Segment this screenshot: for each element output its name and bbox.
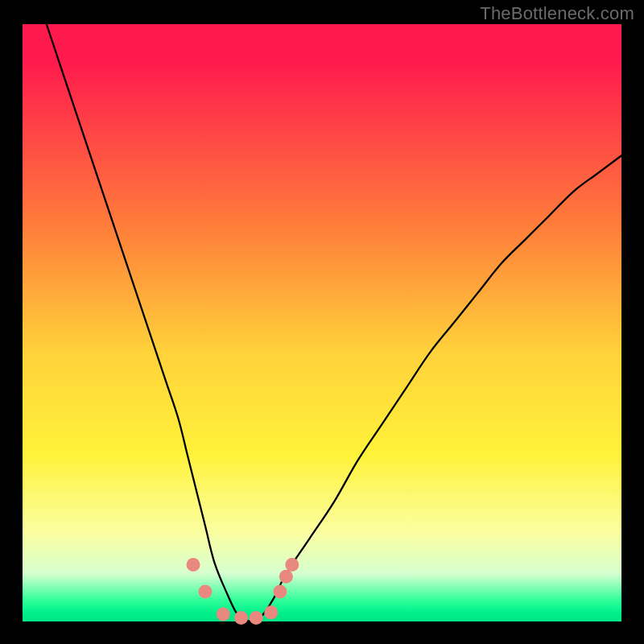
marker-dot <box>273 584 287 598</box>
marker-dot <box>217 608 230 621</box>
marker-dot <box>264 605 278 619</box>
marker-dot <box>187 558 200 572</box>
marker-dot <box>279 570 293 584</box>
chart-stage: { "watermark": "TheBottleneck.com", "cha… <box>0 0 644 644</box>
bottleneck-chart <box>0 0 644 644</box>
marker-dot <box>198 584 212 598</box>
plot-background <box>23 24 621 621</box>
marker-dot <box>234 611 248 625</box>
watermark-label: TheBottleneck.com <box>480 3 634 24</box>
marker-dot <box>250 611 263 625</box>
marker-dot <box>285 558 299 572</box>
